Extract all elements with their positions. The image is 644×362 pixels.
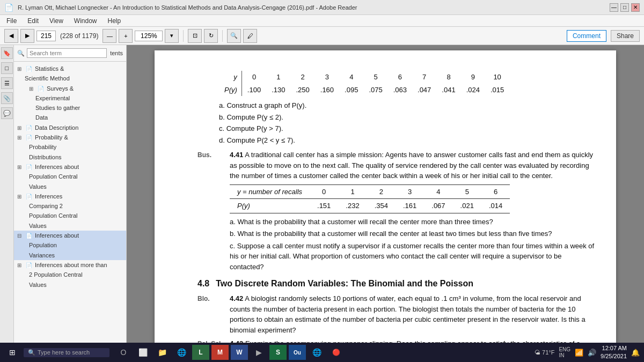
sidebar-label-inferences-comp2: Comparing 2 <box>29 202 123 210</box>
zoom-input[interactable]: 125% <box>135 31 163 41</box>
taskbar-clock[interactable]: 12:07 AM 9/25/2021 <box>601 344 627 361</box>
taskbar-app-m[interactable]: M <box>211 345 229 360</box>
sidebar-item-inferences-more2[interactable]: 2 Population Central <box>14 270 126 279</box>
taskbar-app-word[interactable]: W <box>231 345 248 360</box>
recall-py3: .161 <box>396 199 424 213</box>
sidebar-search-bar[interactable]: 🔍 tents <box>14 45 126 62</box>
taskbar-search[interactable]: 🔍 Type here to search <box>24 348 109 357</box>
taskbar-app-explorer[interactable]: 📁 <box>153 345 171 360</box>
comment-button[interactable]: Comment <box>567 30 606 42</box>
y-val-6: 6 <box>388 71 412 84</box>
taskbar-app-cortana[interactable]: O <box>115 345 132 360</box>
edge-layers-icon[interactable]: ☰ <box>1 77 13 89</box>
toolbar-rotate[interactable]: ↻ <box>204 29 218 43</box>
sidebar-item-inferences-comp[interactable]: ⊞ 📄 Inferences <box>14 191 126 201</box>
toolbar-next-page[interactable]: ▶ <box>20 29 34 43</box>
toolbar-right: Comment Share <box>567 30 640 42</box>
recall-py4: .067 <box>424 199 452 213</box>
minimize-button[interactable]: — <box>610 3 618 12</box>
sidebar-item-inferences-comp2[interactable]: Comparing 2 <box>14 201 126 211</box>
sidebar-item-inferences-var3[interactable]: Variances <box>14 250 126 260</box>
y-val-3: 3 <box>315 71 339 84</box>
sidebar-item-inferences-pop2[interactable]: Population Central <box>14 172 126 181</box>
window-controls[interactable]: — □ ✕ <box>610 3 640 12</box>
py-val-7: .047 <box>412 84 436 97</box>
menu-view[interactable]: View <box>47 17 65 25</box>
page-icon-inferences-more: 📄 <box>26 261 33 269</box>
sidebar-item-data[interactable]: Data <box>14 113 126 122</box>
page-icon-inferences-pop: 📄 <box>26 163 33 171</box>
recall-y4: 4 <box>424 184 452 199</box>
recall-y1: 1 <box>338 184 367 199</box>
py-val-6: .063 <box>388 84 412 97</box>
toolbar-prev-page[interactable]: ◀ <box>4 29 18 43</box>
start-button[interactable]: ⊞ <box>4 345 20 360</box>
sidebar-label-inferences-var2: Population <box>29 241 123 249</box>
sidebar-item-inferences-more[interactable]: ⊞ 📄 Inferences about more than <box>14 260 126 270</box>
page-number-input[interactable]: 215 <box>36 31 56 41</box>
expand-icon-inferences-comp: ⊞ <box>17 193 25 200</box>
py-val-5: .075 <box>363 84 387 97</box>
toolbar-zoom-in[interactable]: + <box>119 29 133 43</box>
menu-window[interactable]: Window <box>72 17 99 25</box>
sidebar-item-surveys[interactable]: ⊞ 📄 Surveys & <box>14 84 126 93</box>
menu-file[interactable]: File <box>4 17 19 25</box>
toolbar-fit-page[interactable]: ⊡ <box>188 29 202 43</box>
menu-edit[interactable]: Edit <box>25 17 41 25</box>
edge-thumbnail-icon[interactable]: □ <box>1 62 13 74</box>
menu-help[interactable]: Help <box>106 17 123 25</box>
sidebar-label-inferences-more2: 2 Population Central <box>29 271 123 278</box>
taskbar-app-task-view[interactable]: ⬜ <box>134 345 151 360</box>
sidebar-item-prob[interactable]: ⊞ 📄 Probability & <box>14 132 126 142</box>
taskbar-app-play[interactable]: ▶ <box>250 345 267 360</box>
page-icon-prob: 📄 <box>26 134 33 141</box>
taskbar-app-s[interactable]: S <box>269 345 287 360</box>
search-icon: 🔍 <box>17 50 25 57</box>
edge-bookmarks-icon[interactable]: 🔖 <box>1 47 13 59</box>
taskbar-app-adobe[interactable]: 🔴 <box>327 345 345 360</box>
sidebar-label-scientific: Scientific Method <box>25 75 123 82</box>
sidebar-item-probdist[interactable]: Probability <box>14 142 126 152</box>
toolbar-zoom-dropdown[interactable]: ▾ <box>165 29 179 43</box>
page-icon-datadesc: 📄 <box>26 124 33 131</box>
sidebar-item-inferences-comp4[interactable]: Values <box>14 221 126 231</box>
sidebar-item-inferences-var[interactable]: ⊟ 📄 Inferences about <box>14 231 126 240</box>
taskbar-network-icon: 📶 <box>575 349 583 357</box>
expand-icon: ⊞ <box>17 65 25 72</box>
share-button[interactable]: Share <box>611 30 640 42</box>
sidebar-item-inferences-pop[interactable]: ⊞ 📄 Inferences about <box>14 162 126 172</box>
toolbar-zoom-out[interactable]: — <box>103 29 116 43</box>
recall-py6: .014 <box>481 199 510 213</box>
taskbar-app-chrome[interactable]: 🌐 <box>308 345 325 360</box>
maximize-button[interactable]: □ <box>620 3 629 12</box>
sidebar-item-datadesc[interactable]: ⊞ 📄 Data Description <box>14 123 126 132</box>
sidebar-item-scientific[interactable]: Scientific Method <box>14 73 126 83</box>
taskbar-notification-icon[interactable]: 🔔 <box>631 349 640 357</box>
y-val-4: 4 <box>339 71 363 84</box>
question-b: b. Compute P(y ≤ 2). <box>219 112 595 123</box>
search-input[interactable] <box>27 48 107 58</box>
taskbar-app-outlook[interactable]: Ou <box>289 345 306 360</box>
sidebar-item-inferences-more3[interactable]: Values <box>14 280 126 290</box>
y-val-5: 5 <box>363 71 387 84</box>
taskbar-app-edge[interactable]: 🌐 <box>173 345 190 360</box>
edge-attach-icon[interactable]: 📎 <box>1 92 13 104</box>
sidebar-item-statistics[interactable]: ⊞ 📄 Statistics & <box>14 64 126 73</box>
toolbar-search[interactable]: 🔍 <box>227 29 241 43</box>
edge-icon-bar: 🔖 □ ☰ 📎 💬 <box>0 45 14 362</box>
sidebar-item-inferences-var2[interactable]: Population <box>14 240 126 250</box>
taskbar-search-label: Type here to search <box>38 349 90 356</box>
sidebar-item-inferences-comp3[interactable]: Population Central <box>14 211 126 220</box>
py-val-10: .015 <box>485 84 509 97</box>
sidebar-item-studies[interactable]: Studies to gather <box>14 103 126 113</box>
separator-1 <box>183 30 184 42</box>
edge-comments-icon[interactable]: 💬 <box>1 107 13 119</box>
section-48-header: 4.8 Two Discrete Random Variables: The B… <box>197 277 595 290</box>
sidebar-item-inferences-pop3[interactable]: Values <box>14 182 126 191</box>
sidebar-item-experimental[interactable]: Experimental <box>14 93 126 103</box>
sidebar-item-distributions[interactable]: Distributions <box>14 152 126 162</box>
sidebar-label-inferences-var3: Variances <box>29 252 123 259</box>
close-button[interactable]: ✕ <box>631 3 640 12</box>
toolbar-tools[interactable]: 🖊 <box>243 29 257 43</box>
taskbar-app-l[interactable]: L <box>192 345 209 360</box>
